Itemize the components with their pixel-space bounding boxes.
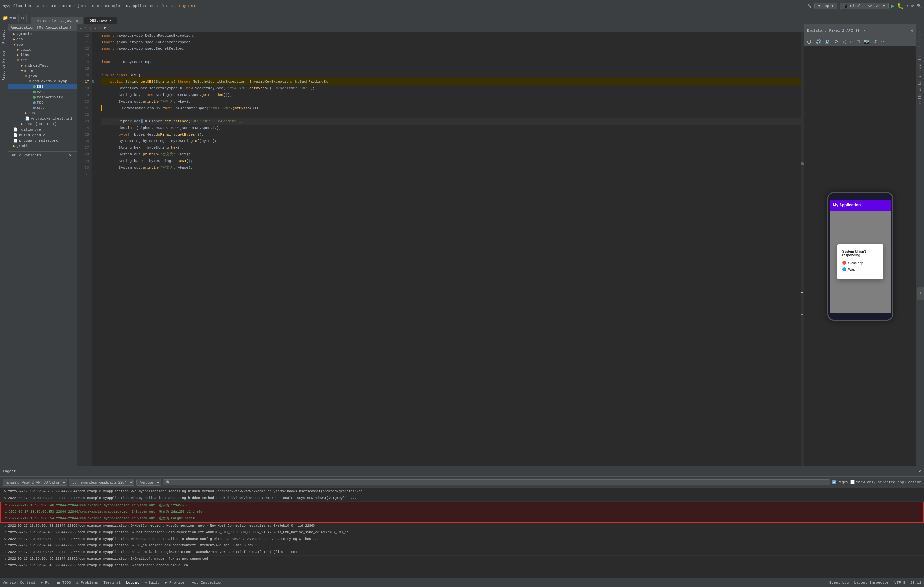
project-icon[interactable]: 📁 [3,15,8,21]
replay-btn[interactable]: ↺ [872,38,878,45]
structure-icon[interactable]: ≡ [9,15,12,20]
build-variants-strip-label[interactable]: Build Variants [917,73,923,106]
collapse-icon[interactable]: − [72,153,74,157]
logcat-settings-icon[interactable]: ⚙ [919,469,921,473]
screenshot-btn[interactable]: 📷 [862,38,871,45]
back-btn[interactable]: ◁ [841,38,847,45]
class-icon [33,107,36,109]
sidebar-item-androidtest[interactable]: ▶ androidTest [8,63,77,68]
package-select[interactable]: com.example.myapplication 2284 [69,479,134,486]
layout-icon[interactable]: ⊞ [13,15,16,21]
logcat-search-input[interactable] [163,480,830,485]
layout-inspector-btn[interactable]: Layout Inspector [854,581,889,585]
terminal-btn[interactable]: Terminal [103,581,121,585]
resource-manager-strip[interactable]: Resource Manager [1,46,7,83]
breadcrumb-java[interactable]: java [77,4,86,8]
run-btn-status[interactable]: ▶ Run [41,580,51,585]
version-control-btn[interactable]: Version Control [3,581,35,585]
structure-strip-label[interactable]: Structure [917,27,923,50]
logcat-content[interactable]: W 2022-09-17 10:36:09.287 22844-22844/co… [0,488,924,578]
sidebar-item-des[interactable]: DES [8,84,77,89]
overview-btn[interactable]: □ [855,38,861,45]
sidebar-item-buildgradle[interactable]: 📄 build.gradle [8,132,77,138]
build-variants-label[interactable]: Build Variants [11,153,41,157]
sidebar-item-gitignore[interactable]: 📄 .gitignore [8,127,77,132]
sidebar-item-mac[interactable]: MAC [8,89,77,95]
breadcrumb-com[interactable]: com [92,4,99,8]
close-app-btn[interactable]: ✕ Close app [843,261,878,265]
breadcrumb-des[interactable]: ⬡ DES [161,3,173,8]
project-strip-label[interactable]: Project [1,27,7,46]
run-btn[interactable]: ▶ [891,3,894,9]
breadcrumb-src[interactable]: src [50,4,56,8]
sidebar-item-mainactivity[interactable]: MainActivity [8,95,77,100]
profiler-btn[interactable]: ▶ Profiler [165,580,187,585]
event-log-btn[interactable]: Event Log [829,581,849,585]
close-device-icon[interactable]: ✕ [864,28,866,33]
settings-gear-icon[interactable]: ⚙ [911,28,913,33]
code-content-area[interactable]: 10 11 12 13 14 15 16 17 18 19 20 21 22 2… [77,32,804,465]
scrollbar-thumb[interactable] [800,162,804,165]
tab-mainactivity[interactable]: MainActivity.java ✕ [31,17,83,25]
power-btn[interactable]: ⏻ [805,38,813,45]
phone-screen[interactable]: My Application System UI isn't respondin… [830,199,891,313]
sidebar-item-res[interactable]: ▶ res [8,110,77,116]
breadcrumb-example[interactable]: example [105,4,120,8]
device-select[interactable]: Emulator Pixel_2_API_30 Androi [3,479,67,486]
sidebar-item-libs[interactable]: ▶ libs [8,53,77,58]
code-lines[interactable]: import javax.crypto.NoSuchPaddingExcepti… [99,32,800,465]
sidebar-item-manifest[interactable]: 📄 AndroidManifest.xml [8,116,77,122]
sidebar-item-dea[interactable]: ▶ dea [8,36,77,42]
refresh-icon[interactable]: ⟳ [911,3,914,8]
sidebar-item-build[interactable]: ▶ build [8,47,77,53]
sidebar-item-main[interactable]: ▼ main [8,68,77,74]
breadcrumb-app[interactable]: app [37,4,44,8]
breadcrumb-myapplication[interactable]: MyApplication [3,4,31,8]
sidebar-item-gradle2[interactable]: ▶ gradle [8,143,77,149]
status-bar: Version Control ▶ Run ☰ TODO ⚠ Problems … [0,578,924,587]
app-inspection-btn[interactable]: App Inspection [192,581,223,585]
volume-down-btn[interactable]: 🔉 [824,38,832,45]
problems-btn[interactable]: ⚠ Problems [76,580,98,585]
app-dropdown[interactable]: ▼ app ▼ [814,3,837,9]
emulator-device-name[interactable]: Pixel 2 API 30 [829,29,859,33]
sidebar-item-src[interactable]: ▼ src [8,58,77,63]
scrollbar[interactable] [800,32,804,465]
only-selected-checkbox[interactable] [850,480,855,485]
sidebar-item-package[interactable]: ▼ com.example.myap... [8,79,77,84]
breadcrumb-myapplication2[interactable]: myapplication [126,4,155,8]
sidebar-item-md5[interactable]: MD5 [8,100,77,105]
favorites-strip-label[interactable]: Favorites [917,50,923,73]
sidebar-item-label: app [16,43,23,46]
settings-icon[interactable]: ⚙ [21,15,24,21]
sidebar-item-gradle[interactable]: ▶ .gradle [8,31,77,36]
debug-btn[interactable]: 🐛 [897,3,904,9]
run-config[interactable]: 🔧 [807,3,812,8]
todo-btn[interactable]: ☰ TODO [57,580,71,585]
logcat-btn[interactable]: Logcat [126,581,139,585]
tab-des[interactable]: DES.java ✕ [84,17,117,25]
search-icon[interactable]: 🔍 [917,3,921,8]
regex-checkbox[interactable] [832,480,836,485]
sync-icon[interactable]: ↺ [906,3,909,8]
build-btn[interactable]: ⚒ Build [145,580,160,585]
only-selected-label[interactable]: Show only selected application [850,480,921,485]
more-btn[interactable]: ⋯ [880,38,887,45]
settings-icon[interactable]: ⚙ [69,153,71,157]
wait-btn[interactable]: ℹ Wait [843,268,878,271]
breadcrumb-getdes[interactable]: m getDES [179,4,196,8]
device-dropdown[interactable]: 📱 Pixel 2 API 30 ▼ [840,3,889,9]
chevron-down-icon[interactable]: ▼ [104,26,106,30]
sidebar-item-java[interactable]: ▼ java [8,74,77,79]
sidebar-item-app[interactable]: ▼ app [8,42,77,47]
add-device-btn[interactable]: + [917,287,924,300]
level-select[interactable]: Verbose Debug Info Warn Error [136,479,161,486]
sidebar-item-test[interactable]: ▶ test [unitTest] [8,122,77,127]
breadcrumb-main[interactable]: main [63,4,71,8]
rotate-btn[interactable]: ⟳ [833,38,840,45]
volume-up-btn[interactable]: 🔊 [814,38,822,45]
home-btn[interactable]: ○ [849,38,854,45]
sidebar-item-proguard[interactable]: 📄 proguard-rules.pro [8,138,77,143]
regex-checkbox-label[interactable]: Regex [832,480,848,485]
sidebar-item-sha[interactable]: SHA [8,105,77,110]
